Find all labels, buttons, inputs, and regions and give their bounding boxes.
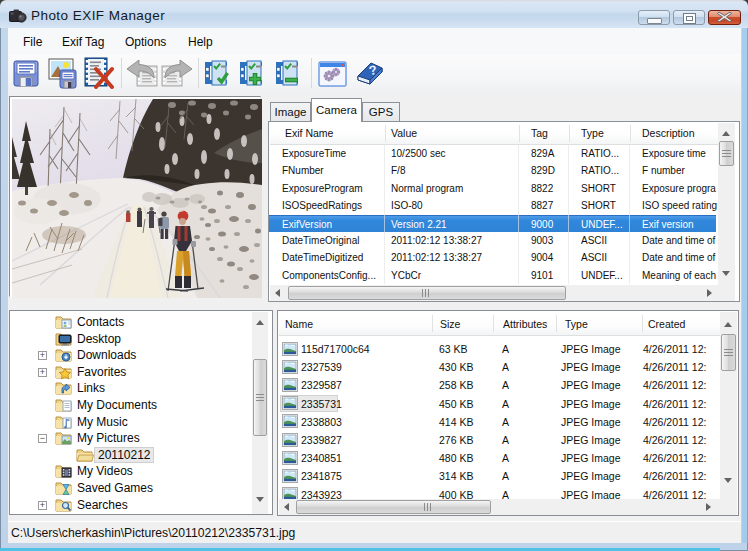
svg-text:?: ?: [368, 62, 378, 78]
